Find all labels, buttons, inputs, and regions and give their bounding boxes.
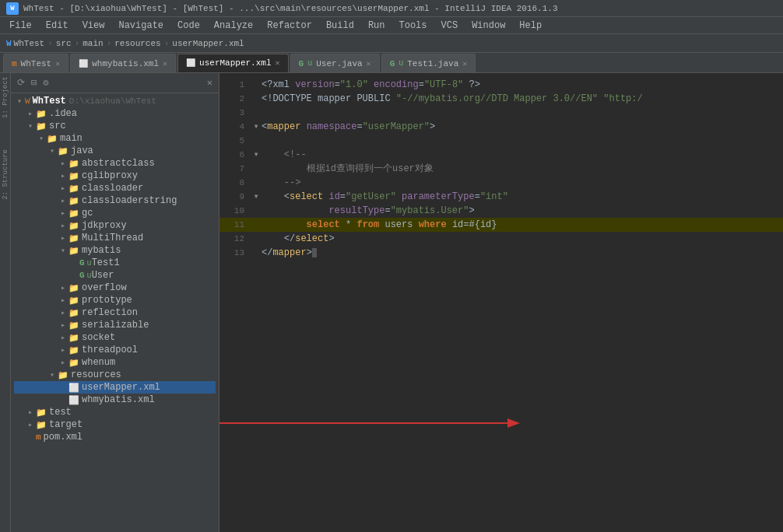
- tree-node-cglibproxy[interactable]: 📁 cglibproxy: [14, 170, 216, 182]
- tree-label-classloaderstring: classloaderstring: [82, 195, 177, 206]
- tree-label-prototype: prototype: [82, 295, 132, 306]
- tree-arrow-socket: [58, 333, 68, 342]
- tab-close-whtest[interactable]: ✕: [55, 59, 60, 68]
- folder-icon-classloader: 📁: [68, 184, 79, 194]
- side-tab-structure[interactable]: 2: Structure: [2, 149, 9, 200]
- tree-node-usermapper[interactable]: ⬜ userMapper.xml: [14, 381, 216, 394]
- app-icon: W: [6, 2, 19, 15]
- bc-src[interactable]: src: [56, 39, 72, 48]
- tree-node-threadpool[interactable]: 📁 threadpool: [14, 344, 216, 356]
- tree-arrow-src: [25, 121, 36, 131]
- tab-close-userjava[interactable]: ✕: [367, 59, 371, 68]
- tree-arrow-idea: [25, 109, 36, 118]
- tree-node-whmybatis[interactable]: ⬜ whmybatis.xml: [14, 394, 216, 406]
- tab-whtest[interactable]: m WhTest ✕: [3, 54, 68, 72]
- menu-refactor[interactable]: Refactor: [261, 19, 318, 33]
- code-editor[interactable]: 1 <?xml version="1.0" encoding="UTF-8" ?…: [219, 73, 783, 532]
- title-bar: W WhTest - [D:\xiaohua\WhTest] - [WhTest…: [0, 0, 783, 17]
- tab-icon-m: m: [12, 59, 17, 68]
- pom-icon: m: [36, 432, 41, 442]
- code-line-9: 9 ▾ <select id="getUser" parameterType="…: [219, 190, 783, 204]
- menu-view[interactable]: View: [76, 19, 111, 33]
- tree-node-gc[interactable]: 📁 gc: [14, 207, 216, 219]
- tab-test1java[interactable]: G u Test1.java ✕: [381, 54, 476, 72]
- folder-icon-java: 📁: [58, 146, 68, 156]
- tree-node-overflow[interactable]: 📁 overflow: [14, 282, 216, 294]
- menu-navigate[interactable]: Navigate: [112, 19, 170, 33]
- tree-arrow-jdkproxy: [58, 221, 68, 230]
- tree-node-prototype[interactable]: 📁 prototype: [14, 294, 216, 306]
- tree-settings-btn[interactable]: ⚙: [41, 75, 50, 90]
- tab-close-usermapper[interactable]: ✕: [276, 58, 280, 68]
- bc-resources[interactable]: resources: [114, 39, 160, 48]
- code-line-7: 7 根据id查询得到一个user对象: [219, 162, 783, 176]
- tree-node-target[interactable]: 📁 target: [14, 418, 216, 431]
- tree-node-pom[interactable]: m pom.xml: [14, 431, 216, 443]
- menu-edit[interactable]: Edit: [40, 19, 75, 33]
- folder-icon-cglibproxy: 📁: [68, 171, 79, 181]
- tree-sync-btn[interactable]: ⟳: [16, 75, 26, 90]
- tree-arrow-test: [25, 408, 36, 417]
- folder-icon-multithread: 📁: [68, 233, 79, 243]
- tree-arrow-classloaderstring: [58, 196, 68, 205]
- bc-usermapper[interactable]: userMapper.xml: [172, 39, 244, 48]
- tree-arrow-prototype: [58, 296, 68, 305]
- tree-node-resources[interactable]: 📁 resources: [14, 369, 216, 381]
- tab-icon-xml-1: ⬜: [79, 59, 88, 68]
- menu-analyze[interactable]: Analyze: [208, 19, 259, 33]
- tree-node-src[interactable]: 📁 src: [14, 120, 216, 132]
- folder-icon-target: 📁: [36, 420, 47, 430]
- code-line-1: 1 <?xml version="1.0" encoding="UTF-8" ?…: [219, 78, 783, 92]
- xml-icon-usermapper: ⬜: [68, 383, 79, 393]
- side-tab-project[interactable]: 1: Project: [2, 76, 9, 118]
- tree-node-java[interactable]: 📁 java: [14, 145, 216, 157]
- tree-node-test1[interactable]: G u Test1: [14, 257, 216, 269]
- tree-node-root[interactable]: W WhTest D:\xiaohua\WhTest: [14, 95, 216, 107]
- tab-usermapper[interactable]: ⬜ userMapper.xml ✕: [177, 54, 288, 72]
- tree-collapse-btn[interactable]: ⊟: [30, 75, 38, 90]
- tree-node-user[interactable]: G u User: [14, 269, 216, 282]
- side-panel: 1: Project 2: Structure: [0, 73, 11, 532]
- tree-label-classloader: classloader: [82, 183, 143, 194]
- tree-node-idea[interactable]: 📁 .idea: [14, 107, 216, 120]
- code-line-10: 10 resultType="mybatis.User">: [219, 204, 783, 218]
- tree-label-usermapper: userMapper.xml: [82, 382, 160, 393]
- bc-main[interactable]: main: [83, 39, 103, 48]
- menu-help[interactable]: Help: [513, 19, 548, 33]
- code-line-4: 4 ▾ <mapper namespace="userMapper">: [219, 120, 783, 134]
- arrow-annotation: [219, 415, 783, 431]
- tree-label-overflow: overflow: [82, 282, 127, 293]
- folder-icon-gc: 📁: [68, 208, 79, 219]
- tab-close-whmybatis[interactable]: ✕: [163, 59, 167, 68]
- tree-arrow-whenum: [58, 358, 68, 367]
- menu-vcs[interactable]: VCS: [435, 19, 465, 33]
- menu-window[interactable]: Window: [465, 19, 511, 33]
- tree-node-socket[interactable]: 📁 socket: [14, 331, 216, 344]
- tab-whmybatis[interactable]: ⬜ whmybatis.xml ✕: [70, 54, 176, 72]
- tree-node-test[interactable]: 📁 test: [14, 406, 216, 418]
- folder-icon-overflow: 📁: [68, 283, 79, 293]
- tree-close-btn[interactable]: ✕: [205, 75, 214, 90]
- xml-icon-whmybatis: ⬜: [68, 395, 79, 405]
- tree-node-main[interactable]: 📁 main: [14, 132, 216, 145]
- tree-node-mybatis[interactable]: 📁 mybatis: [14, 244, 216, 257]
- tree-label-user: User: [92, 270, 114, 281]
- tab-userjava[interactable]: G u User.java ✕: [290, 54, 380, 72]
- tree-node-classloader[interactable]: 📁 classloader: [14, 182, 216, 194]
- menu-tools[interactable]: Tools: [393, 19, 434, 33]
- menu-code[interactable]: Code: [171, 19, 206, 33]
- tree-node-whenum[interactable]: 📁 whenum: [14, 356, 216, 369]
- tree-node-serializable[interactable]: 📁 serializable: [14, 319, 216, 331]
- tree-node-reflection[interactable]: 📁 reflection: [14, 306, 216, 319]
- menu-run[interactable]: Run: [362, 19, 392, 33]
- tree-node-abstractclass[interactable]: 📁 abstractclass: [14, 157, 216, 170]
- tree-node-multithread[interactable]: 📁 MultiThread: [14, 232, 216, 244]
- tree-node-classloaderstring[interactable]: 📁 classloaderstring: [14, 194, 216, 207]
- bc-whtest[interactable]: W WhTest: [6, 39, 44, 48]
- code-line-2: 2 <!DOCTYPE mapper PUBLIC "-//mybatis.or…: [219, 92, 783, 106]
- tab-icon-g-2: G: [390, 59, 395, 68]
- tab-close-test1java[interactable]: ✕: [462, 59, 467, 68]
- tree-node-jdkproxy[interactable]: 📁 jdkproxy: [14, 219, 216, 232]
- menu-file[interactable]: File: [3, 19, 38, 33]
- menu-build[interactable]: Build: [320, 19, 360, 33]
